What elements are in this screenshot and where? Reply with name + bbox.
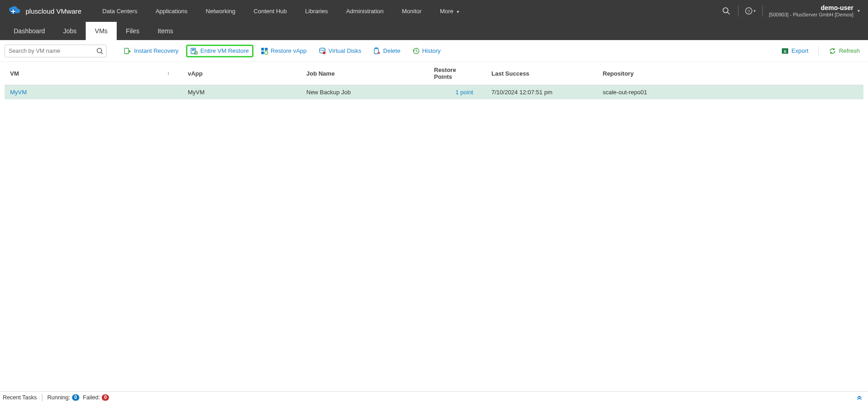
restore-vapp-label: Restore vApp xyxy=(271,47,307,54)
brand-name: pluscloud VMware xyxy=(26,7,82,15)
user-org: [500903] - PlusServer GmbH [Demos] xyxy=(769,12,853,18)
cell-last-success: 7/10/2024 12:07:51 pm xyxy=(479,85,597,100)
top-nav: Data Centers Applications Networking Con… xyxy=(94,4,468,18)
refresh-button[interactable]: Refresh xyxy=(825,46,863,56)
table-row[interactable]: MyVM MyVM New Backup Job 1 point 7/10/20… xyxy=(5,85,863,100)
running-label: Running: xyxy=(47,394,70,401)
sub-tab-bar: Dashboard Jobs VMs Files Items xyxy=(0,22,868,40)
cell-repository: scale-out-repo01 xyxy=(597,85,863,100)
col-last-success[interactable]: Last Success xyxy=(479,62,597,85)
nav-applications[interactable]: Applications xyxy=(147,4,196,18)
refresh-icon xyxy=(829,47,836,55)
entire-vm-restore-label: Entire VM Restore xyxy=(201,47,249,54)
nav-administration[interactable]: Administration xyxy=(338,4,392,18)
chevron-down-icon: ▾ xyxy=(858,8,860,14)
history-button[interactable]: History xyxy=(408,46,444,56)
col-vm-label: VM xyxy=(10,70,19,77)
user-menu[interactable]: demo-user [500903] - PlusServer GmbH [De… xyxy=(769,4,860,18)
instant-recovery-icon xyxy=(124,47,131,55)
sort-ascending-icon: ↑ xyxy=(167,71,170,76)
top-right: ? ▾ demo-user [500903] - PlusServer GmbH… xyxy=(721,0,860,22)
entire-vm-restore-button[interactable]: Entire VM Restore xyxy=(187,46,253,56)
expand-tasks-button[interactable] xyxy=(856,394,865,401)
virtual-disks-button[interactable]: Virtual Disks xyxy=(315,46,365,56)
help-icon: ? xyxy=(745,7,753,15)
nav-libraries[interactable]: Libraries xyxy=(297,4,336,18)
global-search-button[interactable] xyxy=(721,5,732,16)
tab-dashboard[interactable]: Dashboard xyxy=(5,22,54,40)
delete-icon xyxy=(373,47,381,55)
vm-table: VM ↑ vApp Job Name Restore Points Last S… xyxy=(5,62,863,99)
svg-point-1 xyxy=(723,8,728,13)
nav-content-hub[interactable]: Content Hub xyxy=(245,4,295,18)
restore-points-link[interactable]: 1 point xyxy=(455,89,473,96)
virtual-disks-icon xyxy=(319,47,326,55)
delete-button[interactable]: Delete xyxy=(370,46,404,56)
excel-icon: X xyxy=(781,47,789,55)
history-icon xyxy=(412,47,419,55)
svg-rect-13 xyxy=(261,51,264,54)
search-box[interactable] xyxy=(5,45,107,57)
tab-vms[interactable]: VMs xyxy=(86,22,117,40)
nav-monitor[interactable]: Monitor xyxy=(394,4,430,18)
double-chevron-up-icon xyxy=(856,394,863,401)
table-header-row: VM ↑ vApp Job Name Restore Points Last S… xyxy=(5,62,863,85)
svg-rect-8 xyxy=(191,48,196,54)
svg-point-16 xyxy=(323,51,326,54)
search-icon[interactable] xyxy=(96,47,103,55)
history-label: History xyxy=(422,47,440,54)
export-button[interactable]: X Export xyxy=(778,46,812,56)
cell-job-name: New Backup Job xyxy=(301,85,429,100)
col-vm[interactable]: VM ↑ xyxy=(5,62,182,85)
nav-data-centers[interactable]: Data Centers xyxy=(94,4,146,18)
svg-line-2 xyxy=(728,12,729,14)
running-tasks: Running: 0 xyxy=(47,394,79,401)
failed-tasks: Failed: 0 xyxy=(83,394,109,401)
recent-tasks-label[interactable]: Recent Tasks xyxy=(3,394,37,401)
entire-vm-restore-icon xyxy=(191,47,198,55)
failed-label: Failed: xyxy=(83,394,100,401)
tab-jobs[interactable]: Jobs xyxy=(54,22,86,40)
nav-more-label: More xyxy=(440,8,454,15)
user-name: demo-user xyxy=(769,4,853,12)
svg-rect-9 xyxy=(192,49,195,51)
chevron-down-icon: ▾ xyxy=(457,9,459,14)
svg-point-14 xyxy=(264,51,268,54)
svg-text:?: ? xyxy=(748,9,750,14)
chevron-down-icon: ▾ xyxy=(754,9,756,13)
svg-line-6 xyxy=(101,52,103,54)
svg-text:X: X xyxy=(784,49,786,54)
tab-files[interactable]: Files xyxy=(117,22,149,40)
col-repository[interactable]: Repository xyxy=(597,62,863,85)
failed-count-badge: 0 xyxy=(102,394,109,401)
col-job-name[interactable]: Job Name xyxy=(301,62,429,85)
divider xyxy=(42,394,42,401)
delete-label: Delete xyxy=(383,47,401,54)
svg-rect-7 xyxy=(124,48,129,54)
top-nav-bar: pluscloud VMware Data Centers Applicatio… xyxy=(0,0,868,22)
vm-table-wrap: VM ↑ vApp Job Name Restore Points Last S… xyxy=(0,62,868,391)
brand: pluscloud VMware xyxy=(8,6,82,16)
divider xyxy=(762,5,763,17)
nav-more[interactable]: More ▾ xyxy=(432,4,467,18)
svg-rect-11 xyxy=(261,48,264,51)
brand-logo-icon xyxy=(8,6,21,16)
divider xyxy=(818,46,819,56)
help-button[interactable]: ? ▾ xyxy=(745,5,756,16)
vm-link[interactable]: MyVM xyxy=(10,89,27,96)
divider xyxy=(738,5,739,17)
instant-recovery-button[interactable]: Instant Recovery xyxy=(120,46,182,56)
export-label: Export xyxy=(791,47,809,54)
search-input[interactable] xyxy=(9,48,96,54)
search-icon xyxy=(722,6,731,15)
toolbar: Instant Recovery Entire VM Restore Resto… xyxy=(0,40,868,62)
toolbar-right: X Export Refresh xyxy=(778,46,863,56)
svg-rect-12 xyxy=(265,48,268,51)
col-vapp[interactable]: vApp xyxy=(182,62,301,85)
restore-vapp-button[interactable]: Restore vApp xyxy=(257,46,310,56)
nav-networking[interactable]: Networking xyxy=(197,4,243,18)
footer-bar: Recent Tasks Running: 0 Failed: 0 xyxy=(0,391,868,403)
restore-vapp-icon xyxy=(261,47,268,55)
col-restore-points[interactable]: Restore Points xyxy=(429,62,479,85)
tab-items[interactable]: Items xyxy=(149,22,182,40)
